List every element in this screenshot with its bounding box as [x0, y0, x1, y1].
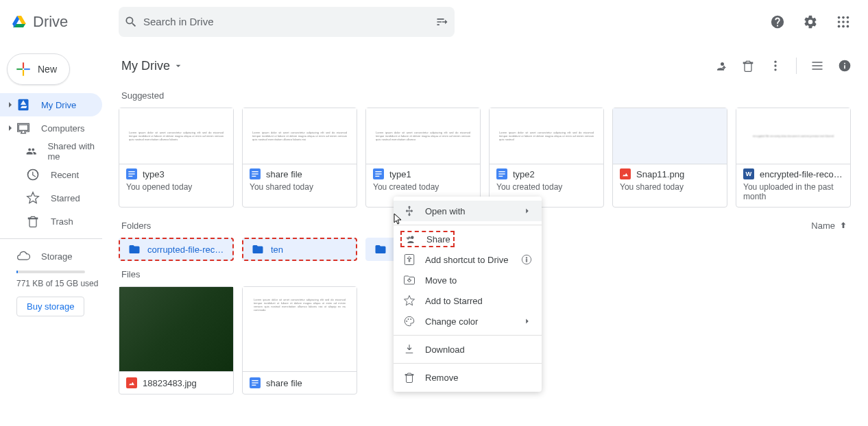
chevron-right-icon [7, 125, 14, 131]
folder-icon [128, 243, 141, 255]
suggested-card[interactable]: Lorem ipsum dolor sit amet consectetur a… [119, 108, 234, 208]
cloud-icon [16, 249, 30, 263]
search-options-icon[interactable] [435, 15, 449, 29]
suggested-card[interactable]: Snap11.pngYou shared today [612, 108, 727, 208]
image-icon [126, 377, 137, 388]
svg-rect-18 [252, 173, 258, 174]
svg-point-8 [847, 25, 849, 27]
folder-icon [252, 243, 264, 255]
file-card[interactable]: Lorem ipsum dolor sit amet consectetur a… [242, 286, 357, 394]
help-button[interactable] [764, 8, 791, 36]
svg-point-36 [406, 321, 407, 322]
word-icon: W [743, 168, 754, 179]
folders-label: Folders [121, 221, 151, 231]
sidebar-item-trash[interactable]: Trash [0, 210, 102, 233]
docs-icon [250, 377, 261, 388]
search-input[interactable] [138, 16, 435, 27]
image-icon [620, 168, 631, 179]
header-actions [764, 8, 863, 36]
doc-thumb: Lorem ipsum dolor sit amet consectetur a… [366, 125, 480, 147]
menu-move-to[interactable]: Move to [394, 270, 542, 290]
delete-button[interactable] [736, 53, 760, 78]
svg-point-3 [838, 21, 841, 23]
sort-button[interactable]: Name [811, 220, 849, 231]
logo-area[interactable]: Drive [5, 13, 119, 31]
svg-rect-13 [128, 171, 134, 172]
computers-icon [16, 121, 30, 135]
doc-thumb: Lorem ipsum dolor sit amet consectetur a… [243, 125, 357, 147]
svg-rect-27 [498, 176, 503, 177]
svg-rect-35 [252, 385, 256, 386]
menu-add-shortcut[interactable]: Add shortcut to Drive [394, 249, 542, 270]
suggested-card[interactable]: Lorem ipsum dolor sit amet consectetur a… [242, 108, 357, 208]
sidebar-item-my-drive[interactable]: My Drive [0, 93, 102, 116]
menu-share[interactable]: Share [394, 229, 542, 249]
download-icon [403, 343, 415, 355]
share-button[interactable] [708, 53, 733, 78]
file-card[interactable]: 18823483.jpg [119, 286, 234, 394]
people-icon [26, 145, 36, 158]
trash-icon [26, 214, 40, 228]
menu-remove[interactable]: Remove [394, 367, 542, 388]
more-button[interactable] [763, 53, 788, 78]
plus-icon [14, 60, 32, 79]
folder-card[interactable]: ten [242, 238, 357, 261]
move-icon [403, 274, 415, 286]
drive-icon [16, 98, 30, 112]
sidebar-item-recent[interactable]: Recent [0, 163, 102, 186]
sidebar-item-starred[interactable]: Starred [0, 186, 102, 210]
toolbar [708, 53, 857, 78]
suggested-card[interactable]: Lorem ipsum dolor sit amet consectetur a… [489, 108, 604, 208]
svg-point-4 [842, 21, 845, 23]
suggested-card[interactable]: Lorem ipsum dolor sit amet consectetur a… [365, 108, 481, 208]
suggested-card[interactable]: encrypted file recovery data document co… [736, 108, 851, 208]
header: Drive [0, 0, 868, 44]
menu-change-color[interactable]: Change color [394, 311, 542, 331]
svg-rect-22 [375, 173, 381, 174]
chevron-right-icon [7, 101, 14, 108]
star-icon [26, 191, 40, 205]
sidebar-item-storage[interactable]: Storage [0, 245, 102, 268]
settings-button[interactable] [797, 8, 824, 36]
shortcut-icon [403, 253, 415, 266]
chevron-right-icon [522, 206, 532, 216]
star-icon [403, 295, 415, 307]
sidebar-item-computers[interactable]: Computers [0, 116, 102, 140]
apps-button[interactable] [830, 8, 857, 36]
sidebar-item-shared[interactable]: Shared with me [0, 140, 102, 163]
context-menu: Open with Share Add shortcut to Drive Mo… [394, 197, 542, 392]
svg-rect-25 [498, 171, 505, 172]
docs-icon [496, 168, 507, 179]
svg-point-2 [847, 16, 849, 18]
docs-icon [126, 168, 137, 179]
menu-open-with[interactable]: Open with [394, 201, 542, 221]
svg-text:W: W [746, 171, 752, 177]
open-with-icon [403, 205, 415, 217]
search-bar[interactable] [119, 7, 455, 37]
new-label: New [38, 64, 57, 75]
svg-rect-19 [252, 176, 256, 177]
chevron-right-icon [522, 316, 532, 326]
svg-rect-34 [252, 382, 258, 383]
svg-rect-15 [128, 176, 132, 177]
svg-rect-33 [252, 380, 258, 381]
folder-card[interactable]: corrupted-file-recovery [119, 238, 234, 261]
breadcrumb: My Drive [113, 49, 857, 82]
palette-icon [403, 315, 415, 327]
new-button[interactable]: New [7, 53, 70, 85]
breadcrumb-title[interactable]: My Drive [121, 59, 184, 73]
arrow-up-icon [838, 220, 849, 231]
menu-download[interactable]: Download [394, 339, 542, 360]
svg-rect-17 [252, 171, 258, 172]
svg-rect-14 [128, 173, 134, 174]
docs-icon [250, 168, 261, 179]
svg-rect-21 [375, 171, 381, 172]
doc-thumb: encrypted file recovery data document co… [743, 129, 843, 143]
list-view-button[interactable] [805, 53, 830, 78]
buy-storage-button[interactable]: Buy storage [16, 297, 84, 316]
svg-point-1 [842, 16, 845, 18]
details-button[interactable] [832, 53, 857, 78]
doc-thumb: Lorem ipsum dolor sit amet consectetur a… [243, 287, 357, 323]
app-name: Drive [33, 13, 68, 31]
menu-add-starred[interactable]: Add to Starred [394, 290, 542, 311]
